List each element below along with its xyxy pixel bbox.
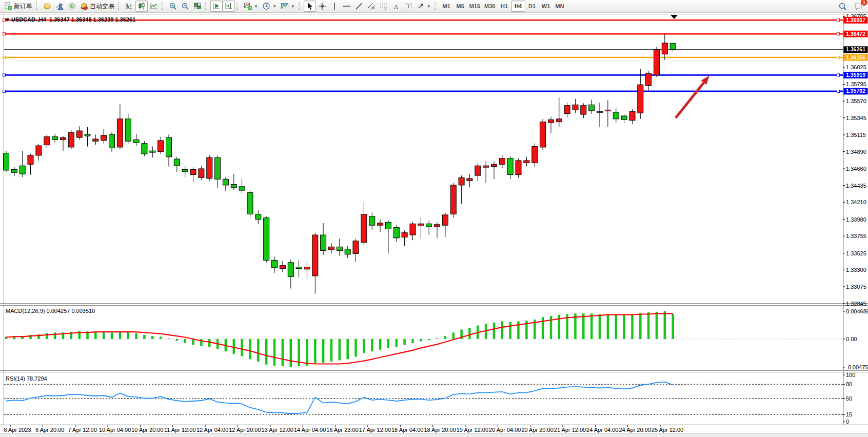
zoom-in-button[interactable] [167, 1, 179, 12]
line-handle[interactable] [837, 19, 840, 22]
svg-text:1.35702: 1.35702 [846, 88, 865, 94]
text-button[interactable]: A [390, 1, 402, 12]
timeframe-label: M15 [469, 3, 480, 9]
line-handle[interactable] [837, 56, 840, 59]
timeframe-mn-button[interactable]: MN [553, 1, 567, 12]
bar-chart-icon [125, 2, 133, 10]
horizontal-line-button[interactable] [341, 1, 353, 12]
auto-scroll-button[interactable] [210, 1, 223, 12]
zoom-out-button[interactable] [179, 1, 191, 12]
chart-candles-button[interactable] [135, 1, 148, 12]
gold-coin-icon [43, 2, 51, 10]
cursor-button[interactable] [304, 1, 316, 12]
new-order-label: 新订单 [14, 2, 32, 11]
svg-text:0: 0 [846, 419, 849, 425]
svg-text:14 Apr 04:00: 14 Apr 04:00 [294, 427, 326, 433]
svg-text:100: 100 [846, 372, 855, 378]
timeframe-m5-button[interactable]: M5 [453, 1, 467, 12]
svg-text:16 Apr 23:00: 16 Apr 23:00 [326, 427, 358, 433]
channel-icon: E [367, 2, 376, 10]
notification-badge: 1 [861, 0, 867, 6]
timeframe-label: D1 [528, 3, 536, 9]
price-chart-svg: 1.367051.360251.357951.355701.353451.351… [0, 13, 868, 434]
svg-text:1.36261: 1.36261 [846, 46, 865, 52]
svg-text:10 Apr 04:00: 10 Apr 04:00 [99, 427, 131, 433]
chart-bars-button[interactable] [123, 1, 135, 12]
auto-trading-label: 自动交易 [90, 2, 114, 11]
toolbar-group-separator [205, 2, 208, 10]
arrows-button[interactable]: ▼ [415, 1, 433, 12]
new-order-button[interactable]: 新订单 [2, 1, 34, 12]
cursor-icon [306, 2, 314, 10]
tile-windows-icon [193, 2, 202, 10]
vertical-line-button[interactable] [328, 1, 341, 12]
svg-text:0.00: 0.00 [846, 336, 857, 342]
svg-text:12 Apr 04:00: 12 Apr 04:00 [196, 427, 228, 433]
timeframe-w1-button[interactable]: W1 [539, 1, 553, 12]
channel-button[interactable]: E [365, 1, 378, 12]
timeframe-h4-button[interactable]: H4 [511, 1, 525, 12]
svg-text:1.36657: 1.36657 [846, 17, 865, 23]
svg-text:80: 80 [846, 381, 852, 387]
magnifier-minus-icon [181, 2, 189, 10]
periods-button[interactable]: ▼ [260, 1, 279, 12]
crosshair-icon [318, 2, 326, 10]
vertical-line-icon [330, 2, 339, 10]
indicators-button[interactable]: ▼ [242, 1, 260, 12]
chart-shift-button[interactable] [223, 1, 235, 12]
timeframe-label: MN [555, 3, 564, 9]
open-account-button[interactable] [53, 1, 66, 12]
magnifier-plus-icon [169, 2, 177, 10]
radar-signal-icon [68, 2, 76, 10]
templates-button[interactable]: ▼ [279, 1, 297, 12]
timeframe-m30-button[interactable]: M30 [482, 1, 497, 12]
line-chart-icon [150, 2, 158, 10]
line-handle[interactable] [837, 74, 840, 76]
svg-text:A: A [393, 3, 398, 10]
signals-button[interactable] [66, 1, 78, 12]
svg-text:1.33300: 1.33300 [846, 267, 866, 273]
svg-text:1.33075: 1.33075 [846, 284, 866, 290]
trendline-button[interactable] [353, 1, 365, 12]
line-handle[interactable] [837, 90, 840, 92]
toolbar-group-separator [162, 2, 165, 10]
templates-caret-icon: ▼ [291, 4, 295, 9]
line-handle[interactable] [837, 33, 840, 35]
chat-button[interactable]: 1 [852, 1, 865, 12]
fibonacci-icon: F [380, 2, 388, 10]
text-label-button[interactable]: T [402, 1, 415, 12]
window-menu-icon [5, 18, 9, 22]
chart-canvas[interactable]: 1.367051.360251.357951.355701.353451.351… [0, 13, 868, 436]
timeframe-d1-button[interactable]: D1 [525, 1, 539, 12]
timeframe-label: M30 [484, 3, 495, 9]
svg-text:20 Apr 20:00: 20 Apr 20:00 [521, 427, 553, 433]
svg-text:20 Apr 04:00: 20 Apr 04:00 [489, 427, 521, 433]
svg-text:17 Apr 12:00: 17 Apr 12:00 [359, 427, 391, 433]
svg-text:24 Apr 04:00: 24 Apr 04:00 [586, 427, 618, 433]
tile-windows-button[interactable] [191, 1, 204, 12]
svg-text:21 Apr 12:00: 21 Apr 12:00 [554, 427, 586, 433]
svg-text:1.35115: 1.35115 [846, 132, 866, 138]
svg-text:0.004686: 0.004686 [846, 308, 868, 314]
search-button[interactable] [836, 1, 849, 12]
svg-text:18 Apr 04:00: 18 Apr 04:00 [391, 427, 423, 433]
crosshair-button[interactable] [316, 1, 328, 12]
timeframe-label: M5 [457, 3, 464, 9]
arrows-icon [417, 2, 425, 10]
chart-symbol-period: USDCAD-,H4 [11, 16, 46, 23]
svg-text:12 Apr 20:00: 12 Apr 20:00 [229, 427, 261, 433]
auto-trading-button[interactable]: 自动交易 [78, 1, 116, 12]
macd-indicator-label: MACD(12,26,9) 0.004257 0.003510 [6, 308, 95, 314]
timeframe-m15-button[interactable]: M15 [467, 1, 482, 12]
person-chart-icon [55, 2, 64, 10]
svg-text:18 Apr 20:00: 18 Apr 20:00 [424, 427, 456, 433]
candlestick-icon [137, 2, 146, 10]
svg-text:1.35795: 1.35795 [846, 81, 866, 87]
macd-name: MACD(12,26,9) [6, 308, 45, 314]
fibonacci-button[interactable]: F [378, 1, 390, 12]
mql5-community-button[interactable] [41, 1, 53, 12]
rsi-name: RSI(14) [6, 375, 25, 382]
timeframe-m1-button[interactable]: M1 [440, 1, 453, 12]
chart-line-button[interactable] [148, 1, 160, 12]
timeframe-h1-button[interactable]: H1 [498, 1, 511, 12]
